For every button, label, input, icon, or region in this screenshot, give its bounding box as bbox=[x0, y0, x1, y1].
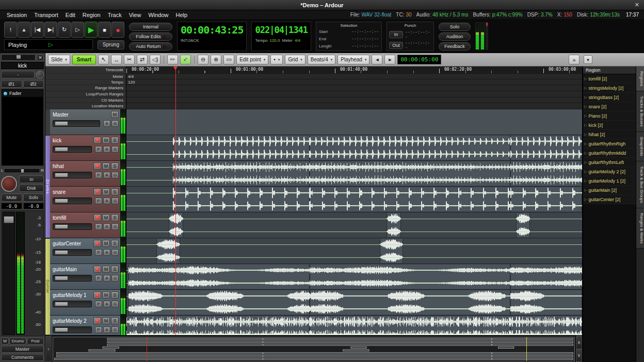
record-enable-button[interactable] bbox=[93, 188, 101, 195]
ruler-label-timecode[interactable]: Timecode bbox=[45, 67, 126, 74]
playlist-button[interactable]: P bbox=[95, 275, 102, 282]
close-icon[interactable]: ✕ bbox=[635, 2, 639, 8]
group-button[interactable]: G bbox=[111, 275, 119, 282]
processor-active-led[interactable] bbox=[4, 92, 7, 95]
location-markers-ruler[interactable] bbox=[126, 103, 582, 109]
track-header-guitarcenter[interactable]: guitarCenter M S P A G bbox=[50, 238, 120, 264]
mute-button[interactable]: M bbox=[102, 291, 110, 299]
track-content-master[interactable] bbox=[126, 109, 582, 135]
track-content-guitarmelody2[interactable] bbox=[126, 316, 582, 335]
mouse-mode-audition-button[interactable]: ◁) bbox=[150, 55, 160, 64]
expander-icon[interactable]: ▷ bbox=[584, 198, 587, 202]
timecode-ruler[interactable]: 00:00:20:00 00:01:00:00 00:01:40:00 00:0… bbox=[126, 67, 582, 74]
edit-mode-select[interactable]: Slide▾ bbox=[48, 55, 70, 64]
punch-out-value[interactable]: --:--:--:-- bbox=[405, 41, 431, 50]
trim-knob[interactable] bbox=[36, 71, 44, 78]
region-list-item[interactable]: ▷hihat [2] bbox=[583, 130, 636, 139]
automation-button[interactable]: A bbox=[103, 146, 110, 153]
playlist-button[interactable]: P bbox=[95, 146, 102, 153]
mouse-mode-grab-button[interactable]: ↖ bbox=[98, 55, 109, 64]
track-name[interactable]: kick bbox=[53, 138, 92, 143]
stop-button[interactable]: ■ bbox=[98, 22, 111, 38]
loop-button[interactable]: ↻ bbox=[58, 22, 71, 38]
group-button[interactable]: G bbox=[111, 172, 119, 178]
record-enable-button[interactable] bbox=[93, 137, 101, 144]
track-fader[interactable] bbox=[53, 146, 92, 153]
track-name[interactable]: hihat bbox=[53, 163, 92, 169]
playlist-button[interactable]: P bbox=[95, 301, 102, 307]
primary-clock-time[interactable]: 00:00:43:25 bbox=[181, 23, 243, 37]
track-fader[interactable] bbox=[53, 301, 92, 307]
menu-region[interactable]: Region bbox=[79, 12, 104, 18]
region-list-item[interactable]: ▷guitarMelody 1 [2] bbox=[583, 176, 636, 186]
meter-marker[interactable]: 4/4 bbox=[128, 74, 134, 79]
secondary-clock-time[interactable]: 022|04|1341 bbox=[255, 23, 308, 37]
feedback-button[interactable]: Feedback bbox=[439, 42, 471, 51]
playlist-button[interactable]: P bbox=[95, 223, 102, 230]
automation-button[interactable]: A bbox=[103, 172, 110, 178]
solo-button[interactable]: S bbox=[111, 240, 119, 247]
track-header-hihat[interactable]: hihat M S P A G bbox=[50, 161, 120, 187]
automation-button[interactable]: A bbox=[103, 249, 110, 256]
track-content-guitarcenter[interactable] bbox=[126, 238, 582, 264]
mute-button[interactable]: M bbox=[102, 162, 110, 170]
expander-icon[interactable]: ▷ bbox=[584, 123, 587, 127]
record-button[interactable]: ● bbox=[111, 22, 124, 38]
track-content-snare[interactable] bbox=[126, 187, 582, 212]
strip-mute-button[interactable]: Mute bbox=[1, 193, 22, 202]
meter-ruler[interactable]: 4/4 bbox=[126, 74, 582, 79]
menu-window[interactable]: Window bbox=[144, 12, 172, 18]
solo-button[interactable]: S bbox=[111, 317, 119, 324]
record-enable-button[interactable] bbox=[93, 317, 101, 324]
expander-icon[interactable]: ▷ bbox=[584, 133, 587, 137]
expander-icon[interactable]: ▷ bbox=[584, 151, 587, 155]
expander-icon[interactable]: ▷ bbox=[584, 77, 587, 81]
midi-panic-button[interactable]: ! bbox=[4, 22, 17, 38]
zoom-to-session-button[interactable]: ▭ bbox=[223, 55, 234, 64]
region-list-item[interactable]: ▷stringsMelody [2] bbox=[583, 84, 636, 93]
track-fader[interactable] bbox=[53, 120, 100, 127]
shuttle-control[interactable]: Playing ▷ bbox=[4, 39, 93, 50]
region-list-item[interactable]: ▷guitarMain [2] bbox=[583, 186, 636, 195]
play-button[interactable]: ▶ bbox=[85, 22, 98, 38]
group-button[interactable]: G bbox=[111, 301, 119, 307]
strip-close-button[interactable]: ✕ bbox=[37, 54, 44, 61]
mute-button[interactable]: M bbox=[111, 111, 119, 118]
menu-view[interactable]: View bbox=[125, 12, 145, 18]
menu-transport[interactable]: Transport bbox=[30, 12, 62, 18]
expander-icon[interactable]: ▷ bbox=[584, 142, 587, 146]
ruler-label-meter[interactable]: Meter bbox=[45, 74, 126, 79]
expander-icon[interactable]: ▷ bbox=[584, 170, 587, 174]
track-header-master[interactable]: Master M A G bbox=[50, 109, 120, 135]
strip-track-name[interactable]: kick bbox=[1, 62, 44, 69]
track-header-snare[interactable]: snare M S P A G bbox=[50, 187, 120, 212]
track-fader[interactable] bbox=[53, 326, 92, 333]
zoom-in-button[interactable]: ⊕ bbox=[211, 55, 221, 64]
ruler-label-range-markers[interactable]: Range Markers bbox=[45, 85, 126, 91]
track-header-kick[interactable]: kick M S P A G bbox=[50, 135, 120, 161]
automation-button[interactable]: A bbox=[103, 120, 110, 127]
record-enable-button[interactable] bbox=[93, 240, 101, 247]
region-list-item[interactable]: ▷guitarRhythmLeft bbox=[583, 158, 636, 167]
solo-button[interactable]: S bbox=[111, 291, 119, 299]
tab-regions[interactable]: Regions bbox=[636, 67, 644, 91]
region-list-item[interactable]: ▷snare [2] bbox=[583, 102, 636, 111]
record-enable-button[interactable] bbox=[93, 162, 101, 170]
loop-punch-ruler[interactable] bbox=[126, 91, 582, 97]
region-list-item[interactable]: ▷guitarRhythmRigh bbox=[583, 139, 636, 149]
region-list-item[interactable]: ▷tomfill [2] bbox=[583, 74, 636, 84]
track-fader[interactable] bbox=[53, 198, 92, 204]
meter-point-button[interactable]: Post bbox=[27, 337, 44, 344]
phase-2-button[interactable]: Ø2 bbox=[23, 80, 44, 88]
toolbar-overflow-button[interactable]: » bbox=[569, 55, 579, 64]
meter-value[interactable]: 4/4 bbox=[295, 38, 300, 43]
automation-button[interactable]: A bbox=[103, 223, 110, 230]
menu-track[interactable]: Track bbox=[104, 12, 125, 18]
track-fader[interactable] bbox=[53, 249, 92, 256]
mouse-mode-cut-button[interactable]: ✂ bbox=[124, 55, 135, 64]
track-content-kick[interactable] bbox=[126, 135, 582, 161]
expander-icon[interactable]: ▷ bbox=[584, 95, 587, 100]
track-name[interactable]: guitarMain bbox=[53, 267, 92, 272]
summary-scroll-down-button[interactable]: ∨ bbox=[576, 349, 582, 362]
track-name[interactable]: guitarCenter bbox=[53, 241, 92, 246]
